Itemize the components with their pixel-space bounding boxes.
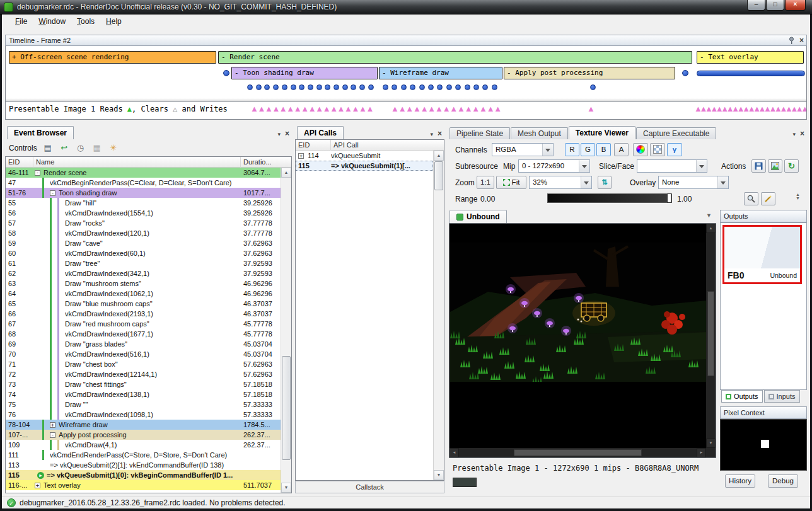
panel-menu-icon[interactable]: ▾ [430, 131, 433, 137]
scroll-down-icon[interactable]: ▼ [706, 439, 716, 448]
green-channel-button[interactable]: G [581, 143, 595, 156]
open-texture-list-button[interactable] [768, 159, 782, 173]
collapse-icon[interactable]: - [50, 190, 55, 196]
timeline-event-dot[interactable] [392, 84, 397, 90]
event-row[interactable]: 63Draw "mushroom stems"46.96296 [6, 278, 281, 289]
timeline-event-dot[interactable] [273, 84, 279, 90]
tab-mesh-output[interactable]: Mesh Output [511, 127, 568, 139]
maximize-button[interactable]: □ [766, 0, 784, 11]
timeline-event-dot[interactable] [419, 84, 425, 90]
menu-help[interactable]: Help [100, 16, 127, 27]
collapse-icon[interactable]: - [50, 432, 55, 438]
timeline-event-dot[interactable] [342, 84, 348, 90]
event-row[interactable]: 57Draw "rocks"37.77778 [6, 218, 281, 228]
timeline-marker-bar[interactable]: - Render scene [218, 51, 692, 64]
autofit-range-button[interactable] [761, 192, 775, 205]
timeline-event-dot[interactable] [437, 84, 443, 90]
channels-combo[interactable]: RGBA [492, 143, 554, 156]
pixel-context-header[interactable]: Pixel Context [720, 406, 807, 419]
scroll-up-icon[interactable]: ▲ [281, 168, 291, 178]
timeline-event-dot[interactable] [351, 84, 356, 90]
red-channel-button[interactable]: R [565, 143, 579, 156]
scrollbar-thumb[interactable] [282, 356, 291, 460]
column-api-call[interactable]: API Call [331, 140, 444, 151]
pin-icon[interactable] [788, 37, 795, 45]
timeline-event-dot[interactable] [334, 84, 339, 90]
timeline-marker-bar[interactable]: - Toon shading draw [231, 67, 378, 79]
timeline-marker-bar[interactable]: - Apply post processing [504, 67, 675, 79]
scroll-down-icon[interactable]: ▼ [434, 470, 444, 480]
timeline-canvas[interactable]: Presentable Image 1 Reads ▲, Clears △ an… [5, 46, 807, 120]
timeline-event-dot[interactable] [282, 84, 287, 90]
statistics-icon[interactable]: ▦ [91, 142, 103, 154]
scrollbar-thumb[interactable] [707, 291, 714, 376]
scroll-right-icon[interactable]: ► [697, 448, 706, 457]
timeline-event-dot[interactable] [473, 84, 479, 90]
timeline-marker-bar[interactable]: - Text overlay [697, 51, 804, 64]
alpha-channel-button[interactable]: A [614, 143, 629, 156]
scroll-down-icon[interactable]: ▼ [281, 483, 291, 493]
blue-channel-button[interactable]: B [596, 143, 611, 156]
event-row[interactable]: 109vkCmdDraw(4,1)262.37... [6, 440, 281, 450]
timeline-event-dot[interactable] [492, 84, 497, 90]
zoom-1to1-button[interactable]: 1:1 [477, 176, 494, 189]
flip-y-button[interactable]: ⇅ [598, 176, 612, 189]
timeline-event-dot[interactable] [401, 84, 407, 90]
slice-face-combo[interactable] [637, 159, 707, 173]
timeline-event-dot[interactable] [368, 84, 374, 90]
event-row[interactable]: 67Draw "red mushroom caps"45.77778 [6, 319, 281, 329]
browse-events-icon[interactable]: ▤ [42, 142, 54, 154]
timeline-event-dot[interactable] [247, 84, 253, 90]
menu-file[interactable]: File [9, 16, 33, 27]
pixel-history-button[interactable]: History [725, 474, 755, 488]
tab-texture-viewer[interactable]: Texture Viewer [569, 126, 635, 139]
texture-horizontal-scrollbar[interactable]: ◄ ► [450, 448, 706, 457]
event-row[interactable]: 68vkCmdDrawIndexed(1677,1)45.77778 [6, 329, 281, 339]
scroll-left-icon[interactable]: ◄ [450, 448, 459, 457]
toolbar-overflow-icon[interactable]: ▲▼ [796, 193, 800, 200]
scroll-up-icon[interactable]: ▲ [706, 224, 716, 233]
event-row[interactable]: 75Draw ""57.33333 [6, 399, 281, 410]
expand-icon[interactable]: + [298, 153, 304, 159]
api-calls-scrollbar[interactable]: ▲ ▼ [433, 151, 444, 480]
overlay-combo[interactable]: None [658, 176, 729, 189]
tab-unbound-texture[interactable]: Unbound [450, 210, 507, 223]
minimize-button[interactable]: – [747, 0, 765, 11]
pixel-context-view[interactable] [720, 419, 807, 471]
menu-window[interactable]: Window [33, 16, 71, 27]
event-row[interactable]: 116-...+Text overlay511.7037 [6, 480, 281, 490]
close-button[interactable]: × [785, 0, 806, 11]
callstack-bar[interactable]: Callstack [295, 481, 444, 493]
event-row[interactable]: 74vkCmdDrawIndexed(138,1)57.18518 [6, 389, 281, 399]
timeline-event-dot[interactable] [428, 84, 434, 90]
column-duration[interactable]: Duratio... [241, 157, 291, 168]
column-eid[interactable]: EID [6, 157, 33, 168]
range-handle[interactable] [667, 193, 671, 203]
event-row[interactable]: 47vkCmdBeginRenderPass(C=Clear, D=Clear,… [6, 178, 281, 188]
api-call-row[interactable]: 115=> vkQueueSubmit(1)[... [296, 161, 433, 171]
scrollbar-thumb[interactable] [514, 449, 642, 456]
event-row[interactable]: 62vkCmdDrawIndexed(342,1)37.92593 [6, 268, 281, 278]
texture-viewport[interactable]: ▲ ▼ ◄ ► [449, 223, 716, 458]
outputs-header[interactable]: Outputs [720, 210, 807, 222]
event-row[interactable]: 65Draw "blue mushroom caps"46.37037 [6, 299, 281, 309]
event-row[interactable]: 73Draw "chest fittings"57.18518 [6, 379, 281, 389]
panel-menu-icon[interactable]: ▾ [792, 131, 796, 137]
event-row[interactable]: 46-111-Render scene3064.7... [6, 168, 281, 178]
event-row[interactable]: 107-...-Apply post processing262.37... [6, 430, 281, 440]
timeline-event-dot[interactable] [359, 84, 365, 90]
event-row[interactable]: 58vkCmdDrawIndexed(120,1)37.77778 [6, 228, 281, 238]
save-texture-button[interactable] [751, 159, 766, 173]
collapse-icon[interactable]: - [35, 170, 40, 176]
menu-tools[interactable]: Tools [71, 16, 100, 27]
event-row[interactable]: 64vkCmdDrawIndexed(1062,1)46.96296 [6, 289, 281, 299]
event-browser-close-icon[interactable]: × [285, 130, 289, 138]
output-fb0-thumbnail[interactable]: FB0 Unbound [722, 225, 802, 284]
scrollbar-thumb[interactable] [434, 161, 443, 190]
event-row[interactable]: 59Draw "cave"37.62963 [6, 238, 281, 248]
expand-icon[interactable]: + [35, 483, 40, 488]
texture-tab-menu-icon[interactable]: ▼ [706, 214, 712, 217]
tab-capture-executable[interactable]: Capture Executable [636, 127, 716, 139]
tab-pipeline-state[interactable]: Pipeline State [450, 127, 510, 139]
timeline-event-dot[interactable] [682, 70, 688, 76]
